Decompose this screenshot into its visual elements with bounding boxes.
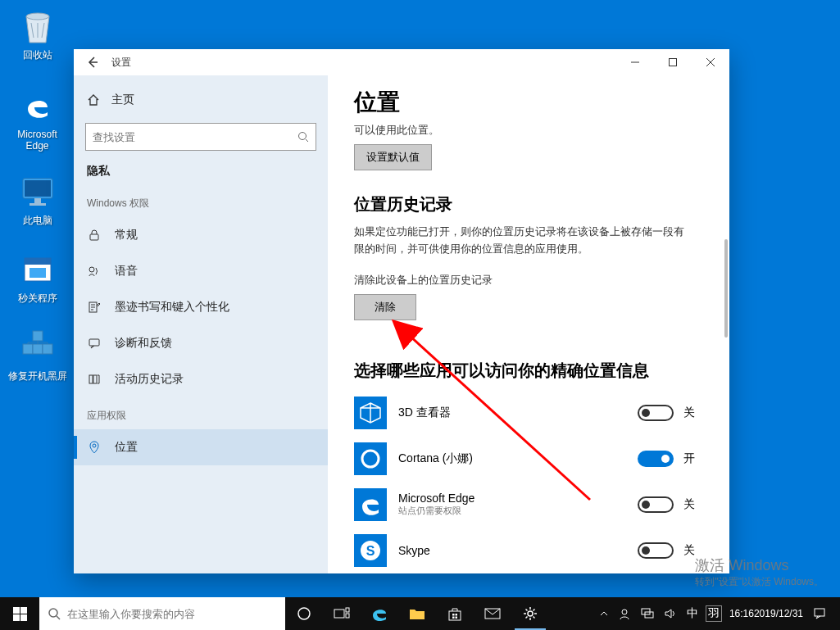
tray-ime2[interactable]: 羽: [706, 605, 722, 622]
maximize-button[interactable]: [654, 49, 692, 75]
tray-network[interactable]: [637, 597, 658, 630]
desktop-icon-label: 秒关程序: [7, 292, 68, 304]
svg-rect-11: [33, 344, 43, 354]
taskbar-explorer[interactable]: [398, 597, 436, 630]
svg-point-21: [93, 444, 96, 447]
toggle-3dviewer[interactable]: [638, 405, 674, 421]
desktop-icon-label: 此电脑: [7, 215, 68, 226]
nav-label: 语音: [115, 264, 138, 279]
nav-label: 位置: [115, 440, 138, 455]
edge-app-icon: [354, 488, 387, 521]
set-default-button[interactable]: 设置默认值: [354, 144, 432, 170]
content-pane: 位置 可以使用此位置。 设置默认值 位置历史记录 如果定位功能已打开，则你的位置…: [328, 75, 729, 573]
app-row-edge: Microsoft Edge 站点仍需要权限 关: [354, 482, 703, 528]
app-row-3dviewer: 3D 查看器 关: [354, 390, 703, 436]
desktop-icon-label: 回收站: [7, 49, 68, 61]
watermark-sub: 转到"设置"以激活 Windows。: [695, 575, 824, 589]
svg-rect-43: [456, 617, 458, 619]
recycle-bin-icon: [21, 8, 54, 44]
nav-ink[interactable]: 墨迹书写和键入个性化: [74, 289, 328, 325]
svg-rect-30: [13, 607, 20, 614]
tray-volume[interactable]: [660, 597, 681, 630]
desktop-icon-recycle-bin[interactable]: 回收站: [7, 7, 68, 61]
toggle-state: 关: [683, 406, 703, 420]
svg-point-35: [298, 608, 310, 619]
titlebar: 设置: [74, 49, 729, 75]
svg-rect-9: [33, 331, 43, 341]
tray-chevron[interactable]: [596, 597, 612, 630]
start-button[interactable]: [0, 597, 39, 630]
desktop-icon-app2[interactable]: 修复开机黑屏: [7, 328, 68, 382]
group-windows-permissions: Windows 权限: [74, 185, 328, 217]
svg-rect-23: [354, 442, 387, 475]
window-icon: [21, 253, 54, 286]
svg-rect-33: [20, 614, 27, 621]
desktop-icon-thispc[interactable]: 此电脑: [7, 172, 68, 226]
cortana-icon: [354, 442, 387, 475]
toggle-state: 开: [683, 451, 703, 466]
taskbar-mail[interactable]: [474, 597, 511, 630]
nav-speech[interactable]: 语音: [74, 253, 328, 289]
settings-window: 设置 主页 隐私 Windows 权限: [74, 49, 729, 573]
minimize-button[interactable]: [616, 49, 654, 75]
nav-label: 墨迹书写和键入个性化: [115, 300, 229, 315]
svg-rect-18: [89, 339, 99, 346]
search-input[interactable]: [93, 131, 297, 143]
page-title: 位置: [354, 87, 703, 118]
cortana-button[interactable]: [285, 597, 323, 630]
taskbar-settings[interactable]: [511, 597, 549, 630]
back-button[interactable]: [74, 49, 111, 75]
arrow-left-icon: [86, 56, 99, 69]
speech-icon: [87, 264, 102, 279]
truncated-text: 可以使用此位置。: [354, 123, 703, 138]
notification-icon: [813, 607, 826, 620]
tray-notifications[interactable]: [809, 597, 830, 630]
feedback-icon: [87, 336, 102, 351]
taskbar-store[interactable]: [436, 597, 474, 630]
clock-time: 16:16: [729, 608, 754, 619]
tray-ime1[interactable]: 中: [683, 597, 702, 630]
nav-general[interactable]: 常规: [74, 217, 328, 253]
svg-rect-12: [43, 344, 52, 354]
home-link[interactable]: 主页: [74, 82, 328, 118]
folder-icon: [409, 607, 425, 620]
svg-rect-10: [23, 344, 33, 354]
nav-diagnostics[interactable]: 诊断和反馈: [74, 325, 328, 361]
desktop-icon-app1[interactable]: 秒关程序: [7, 250, 68, 304]
svg-rect-7: [25, 258, 51, 265]
toggle-edge[interactable]: [638, 496, 674, 513]
nav-location[interactable]: 位置: [74, 429, 328, 465]
tray-people[interactable]: [614, 597, 635, 630]
svg-rect-4: [34, 198, 41, 203]
svg-rect-13: [670, 59, 677, 66]
close-button[interactable]: [692, 49, 729, 75]
location-icon: [87, 440, 102, 455]
gear-icon: [522, 605, 538, 622]
search-settings[interactable]: [85, 123, 316, 151]
taskbar-edge[interactable]: [361, 597, 398, 630]
svg-rect-40: [452, 614, 455, 616]
clear-button[interactable]: 清除: [354, 294, 416, 320]
history-desc: 如果定位功能已打开，则你的位置历史记录将在该设备上被存储一段有限的时间，并可供使…: [354, 224, 690, 258]
app-subtitle: 站点仍需要权限: [398, 505, 626, 517]
svg-rect-3: [25, 180, 51, 197]
tray-clock[interactable]: 16:16 2019/12/31: [725, 597, 807, 630]
watermark-title: 激活 Windows: [695, 555, 824, 575]
svg-rect-15: [90, 234, 98, 240]
taskview-button[interactable]: [323, 597, 361, 630]
svg-rect-31: [20, 607, 27, 614]
svg-rect-32: [13, 614, 20, 621]
svg-text:S: S: [366, 544, 375, 558]
toggle-cortana[interactable]: [638, 451, 674, 467]
svg-point-45: [528, 611, 533, 616]
nav-activity-history[interactable]: 活动历史记录: [74, 361, 328, 397]
monitor-icon: [20, 175, 56, 208]
taskbar-search-input[interactable]: [67, 608, 277, 620]
store-icon: [447, 606, 462, 621]
sidebar: 主页 隐私 Windows 权限 常规 语音: [74, 75, 328, 573]
svg-point-0: [26, 13, 49, 20]
toggle-skype[interactable]: [638, 542, 674, 559]
desktop-icon-edge[interactable]: Microsoft Edge: [7, 86, 68, 152]
scrollbar[interactable]: [724, 239, 728, 338]
taskbar-search[interactable]: [39, 597, 285, 630]
